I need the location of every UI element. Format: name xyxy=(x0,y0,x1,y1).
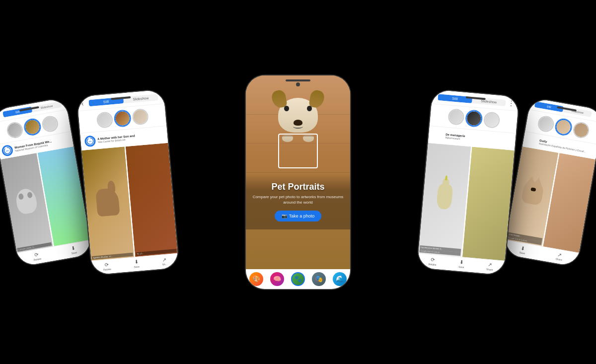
center-screen: Pet Portraits Compare your pet photo to … xyxy=(246,75,350,269)
artwork-horse[interactable]: Agostino Brunias, 17... xyxy=(81,146,134,261)
retake-icon-right-middle: ⟳ xyxy=(431,257,435,263)
match-circle-ro3[interactable] xyxy=(572,121,591,139)
nav-app-wave: 🌊 xyxy=(333,272,347,286)
artworks-grid-rightmost: José Rostán... Google Arts & Culture xyxy=(506,146,596,252)
save-label-left-middle: Save xyxy=(134,265,140,268)
take-photo-label: Take a photo xyxy=(289,214,315,218)
share-label-rightmost: Share xyxy=(555,257,562,261)
save-icon-right-middle: ⬇ xyxy=(459,259,464,265)
retake-icon-left-middle: ⟳ xyxy=(105,261,109,267)
nav-icon-4[interactable]: 🎭 xyxy=(308,272,329,286)
match-circle-3[interactable] xyxy=(41,114,59,133)
tab-group-right-middle: Still Slideshow xyxy=(438,93,506,106)
take-photo-button[interactable]: 📷 Take a photo xyxy=(275,211,322,221)
match-circle-1[interactable] xyxy=(5,121,24,139)
nav-app-arts: 🎨 xyxy=(249,272,263,286)
phone-left-middle: ‹ Still Slideshow xyxy=(77,89,179,275)
nav-app-music: 🎭 xyxy=(312,272,326,286)
tab-group-left-middle: Still Slideshow xyxy=(88,93,158,106)
pet-portraits-title: Pet Portraits xyxy=(252,182,344,192)
artwork-col-bird: Handecooter Menâre d... Google Arts & Cu… xyxy=(418,143,471,257)
more-btn-rightmost[interactable]: ⋮ xyxy=(593,110,596,119)
retake-label-right-middle: Retake xyxy=(428,262,436,266)
artworks-grid-right-middle: Handecooter Menâre d... Google Arts & Cu… xyxy=(418,143,515,260)
match-pct-leftmost: 85% xyxy=(1,144,13,156)
match-pct-left-middle: 87% xyxy=(84,135,96,147)
svg-text:85%: 85% xyxy=(6,149,9,152)
back-button-left-middle[interactable]: ‹ xyxy=(81,99,84,107)
share-btn-rightmost[interactable]: ↗ Share xyxy=(555,251,563,261)
retake-icon-leftmost: ⟳ xyxy=(34,251,39,257)
artworks-grid-left-middle: Agostino Brunias, 17... 70, 17... xyxy=(81,143,178,260)
nav-icon-1[interactable]: 🎨 xyxy=(246,272,267,286)
save-icon-rightmost: ⬇ xyxy=(521,245,525,251)
match-circle-ro1[interactable] xyxy=(537,114,555,133)
match-info-left-middle: A Mother with her Son and Yale Center fo… xyxy=(97,132,164,144)
artwork-bird[interactable]: Handecooter Menâre d... Google Arts & Cu… xyxy=(418,143,471,257)
share-label-right-middle: Share xyxy=(486,267,493,271)
phones-container: ‹ Still Slideshow xyxy=(0,0,596,364)
nav-app-pet: 🐾 xyxy=(291,272,305,286)
speaker-center xyxy=(286,79,310,81)
save-icon-left-middle: ⬇ xyxy=(134,259,139,265)
match-circle-rm3[interactable] xyxy=(483,111,500,129)
save-label-right-middle: Save xyxy=(458,265,464,268)
share-btn-right-middle[interactable]: ↗ Share xyxy=(486,261,494,271)
nav-app-brain: 🧠 xyxy=(270,272,284,286)
camera-icon: 📷 xyxy=(282,214,287,218)
save-btn-rightmost[interactable]: ⬇ Save xyxy=(519,245,526,255)
match-circle-lm3[interactable] xyxy=(132,108,149,126)
artwork-col-portrait: 70, 17... xyxy=(125,143,178,257)
retake-btn-leftmost[interactable]: ⟳ Retake xyxy=(32,251,42,261)
match-info-right-middle: De menagerie Rijksmuseum xyxy=(445,133,512,145)
artwork-portrait[interactable]: 70, 17... xyxy=(125,143,178,257)
center-bottom-nav: 🎨 🧠 🐾 🎭 xyxy=(246,269,350,289)
match-circle-rm1[interactable] xyxy=(447,108,465,126)
save-label-leftmost: Save xyxy=(71,251,77,255)
share-btn-left-middle[interactable]: ↗ Sh... xyxy=(161,256,167,266)
more-btn-right-middle[interactable]: ⋮ xyxy=(508,99,515,107)
share-label-left-middle: Sh... xyxy=(162,262,167,266)
save-btn-right-middle[interactable]: ⬇ Save xyxy=(458,259,465,269)
retake-label-left-middle: Retake xyxy=(103,267,111,271)
focus-box xyxy=(278,134,318,168)
match-circle-2[interactable] xyxy=(23,118,42,136)
phone-right-middle: Still Slideshow ⋮ De menagerie xyxy=(417,89,520,275)
nav-icon-5[interactable]: 🌊 xyxy=(329,272,350,286)
match-circle-rm2[interactable] xyxy=(465,110,482,127)
match-circle-ro2[interactable] xyxy=(554,118,573,136)
camera-center xyxy=(296,82,300,86)
share-icon-right-middle: ↗ xyxy=(488,262,492,268)
share-icon-left-middle: ↗ xyxy=(162,256,166,262)
share-icon-rightmost: ↗ xyxy=(557,251,562,257)
retake-label-leftmost: Retake xyxy=(33,257,42,261)
artworks-grid-leftmost: Corrano Leeds, D... xyxy=(0,146,90,252)
match-circle-lm1[interactable] xyxy=(96,111,113,129)
artwork-col-horse: Agostino Brunias, 17... xyxy=(81,146,134,261)
nav-icon-2[interactable]: 🧠 xyxy=(267,272,288,286)
phone-center: Pet Portraits Compare your pet photo to … xyxy=(246,75,350,289)
pet-portraits-overlay: Pet Portraits Compare your pet photo to … xyxy=(246,174,350,229)
save-btn-left-middle[interactable]: ⬇ Save xyxy=(133,259,140,268)
match-circle-lm2[interactable] xyxy=(114,110,131,127)
save-label-rightmost: Save xyxy=(519,251,525,255)
svg-text:87%: 87% xyxy=(89,140,92,143)
save-btn-leftmost[interactable]: ⬇ Save xyxy=(70,245,77,255)
retake-btn-left-middle[interactable]: ⟳ Retake xyxy=(103,261,111,271)
nav-icon-3-active[interactable]: 🐾 xyxy=(288,272,308,286)
save-icon-leftmost: ⬇ xyxy=(71,245,76,251)
retake-btn-right-middle[interactable]: ⟳ Retake xyxy=(428,256,437,266)
pet-portraits-subtitle: Compare your pet photo to artworks from … xyxy=(252,194,344,205)
phone-rightmost: Still Slideshow ⋮ Guity xyxy=(503,97,596,267)
